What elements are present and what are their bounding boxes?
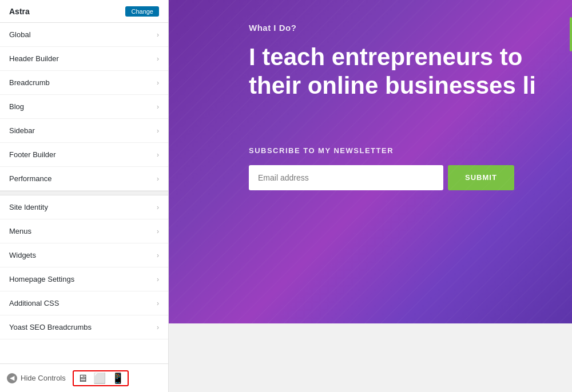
sidebar-item-footer-builder[interactable]: Footer Builder › <box>0 143 168 167</box>
device-icons-container: 🖥 ⬜ 📱 <box>73 370 129 386</box>
chevron-right-icon: › <box>157 323 159 331</box>
chevron-right-icon: › <box>157 175 159 183</box>
chevron-right-icon: › <box>157 227 159 235</box>
preview-lower-area <box>169 323 572 392</box>
change-button[interactable]: Change <box>125 6 159 17</box>
chevron-right-icon: › <box>157 299 159 307</box>
sidebar: Astra Change Global › Header Builder › B… <box>0 0 169 392</box>
sidebar-item-menus[interactable]: Menus › <box>0 219 168 243</box>
sidebar-item-header-builder[interactable]: Header Builder › <box>0 47 168 71</box>
sidebar-navigation: Global › Header Builder › Breadcrumb › B… <box>0 23 168 363</box>
chevron-right-icon: › <box>157 31 159 39</box>
sidebar-item-label-header-builder: Header Builder <box>9 54 59 63</box>
sidebar-item-performance[interactable]: Performance › <box>0 167 168 191</box>
sidebar-item-blog[interactable]: Blog › <box>0 95 168 119</box>
hide-controls-button[interactable]: ◀ Hide Controls <box>7 373 66 383</box>
sidebar-item-homepage-settings[interactable]: Homepage Settings › <box>0 267 168 291</box>
hide-controls-label: Hide Controls <box>21 374 66 382</box>
sidebar-item-label-sidebar: Sidebar <box>9 126 35 135</box>
sidebar-item-label-widgets: Widgets <box>9 251 36 259</box>
scroll-indicator <box>570 17 572 51</box>
sidebar-item-label-breadcrumb: Breadcrumb <box>9 78 50 87</box>
sidebar-item-label-global: Global <box>9 30 31 39</box>
sidebar-item-label-site-identity: Site Identity <box>9 203 48 211</box>
submit-button[interactable]: SUBMIT <box>448 165 514 190</box>
sidebar-item-label-additional-css: Additional CSS <box>9 299 59 307</box>
newsletter-label: SUBSCRIBE TO MY NEWSLETTER <box>249 146 549 155</box>
hero-line-1: I teach entrepreneurs to <box>249 43 522 70</box>
chevron-right-icon: › <box>157 79 159 87</box>
chevron-right-icon: › <box>157 275 159 283</box>
preview-area: What I Do? I teach entrepreneurs to thei… <box>169 0 572 392</box>
sidebar-item-site-identity[interactable]: Site Identity › <box>0 195 168 219</box>
sidebar-item-label-footer-builder: Footer Builder <box>9 150 56 159</box>
sidebar-item-global[interactable]: Global › <box>0 23 168 47</box>
hero-headline: I teach entrepreneurs to their online bu… <box>249 43 549 101</box>
sidebar-item-breadcrumb[interactable]: Breadcrumb › <box>0 71 168 95</box>
sidebar-item-label-blog: Blog <box>9 102 24 111</box>
sidebar-item-label-performance: Performance <box>9 174 51 183</box>
sidebar-item-label-homepage-settings: Homepage Settings <box>9 275 74 283</box>
sidebar-item-label-menus: Menus <box>9 227 31 235</box>
nav-separator <box>0 191 168 195</box>
sidebar-item-widgets[interactable]: Widgets › <box>0 243 168 267</box>
chevron-right-icon: › <box>157 151 159 159</box>
hero-line-2: their online businesses li <box>249 72 536 99</box>
sidebar-footer: ◀ Hide Controls 🖥 ⬜ 📱 <box>0 363 168 392</box>
preview-content: What I Do? I teach entrepreneurs to thei… <box>169 0 572 213</box>
newsletter-section: SUBSCRIBE TO MY NEWSLETTER SUBMIT <box>249 146 549 190</box>
chevron-right-icon: › <box>157 55 159 63</box>
sidebar-item-sidebar[interactable]: Sidebar › <box>0 119 168 143</box>
mobile-icon[interactable]: 📱 <box>112 373 124 383</box>
sidebar-item-additional-css[interactable]: Additional CSS › <box>0 291 168 315</box>
chevron-right-icon: › <box>157 251 159 259</box>
sidebar-title: Astra <box>9 7 30 16</box>
sidebar-item-yoast-seo-breadcrumbs[interactable]: Yoast SEO Breadcrumbs › <box>0 315 168 339</box>
hide-controls-icon: ◀ <box>7 373 17 383</box>
chevron-right-icon: › <box>157 127 159 135</box>
chevron-right-icon: › <box>157 103 159 111</box>
what-i-do-label: What I Do? <box>249 23 549 33</box>
chevron-right-icon: › <box>157 203 159 211</box>
tablet-icon[interactable]: ⬜ <box>93 373 106 383</box>
sidebar-item-label-yoast-seo-breadcrumbs: Yoast SEO Breadcrumbs <box>9 323 92 331</box>
email-input[interactable] <box>249 165 443 190</box>
desktop-icon[interactable]: 🖥 <box>77 373 88 383</box>
newsletter-form: SUBMIT <box>249 165 549 190</box>
sidebar-header: Astra Change <box>0 0 168 23</box>
